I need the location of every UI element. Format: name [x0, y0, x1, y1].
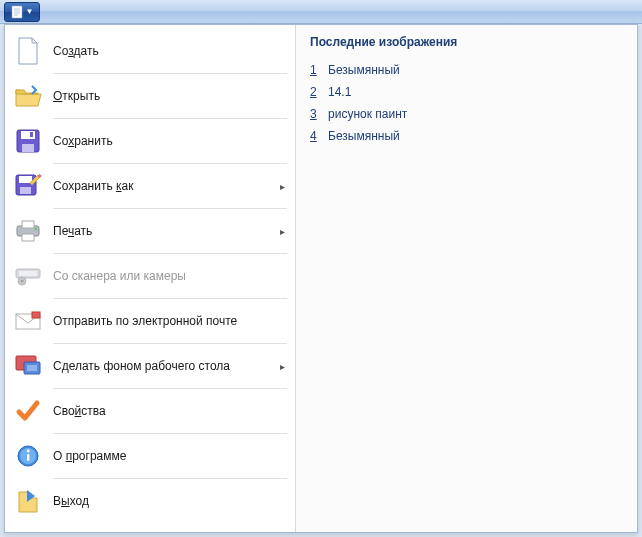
svg-rect-14	[22, 221, 34, 228]
svg-rect-7	[22, 144, 34, 152]
svg-rect-22	[32, 312, 40, 318]
info-icon	[13, 441, 43, 471]
menu-label: Сохранить	[53, 134, 285, 148]
recent-item[interactable]: 1Безымянный	[310, 59, 623, 81]
save-as-icon	[13, 171, 43, 201]
svg-rect-10	[19, 176, 32, 183]
recent-item-number: 1	[310, 63, 320, 77]
recent-list: 1Безымянный214.13рисунок паинт4Безымянны…	[310, 59, 623, 147]
recent-item-name: 14.1	[328, 85, 351, 99]
recent-item-number: 4	[310, 129, 320, 143]
titlebar: ▼	[0, 0, 642, 24]
document-icon	[11, 5, 23, 19]
menu-properties[interactable]: Свойства	[5, 389, 295, 433]
svg-point-29	[27, 450, 30, 453]
checkmark-icon	[13, 396, 43, 426]
menu-exit[interactable]: Выход	[5, 479, 295, 523]
menu-about[interactable]: О программе	[5, 434, 295, 478]
new-file-icon	[13, 36, 43, 66]
recent-item-number: 3	[310, 107, 320, 121]
svg-point-20	[21, 280, 24, 283]
menu-label: Свойства	[53, 404, 285, 418]
menu-label: О программе	[53, 449, 285, 463]
open-folder-icon	[13, 81, 43, 111]
recent-item-name: рисунок паинт	[328, 107, 407, 121]
svg-rect-8	[30, 132, 33, 137]
submenu-arrow-icon: ▸	[280, 181, 285, 192]
exit-icon	[13, 486, 43, 516]
app-menu-button[interactable]: ▼	[4, 2, 40, 22]
recent-item-name: Безымянный	[328, 63, 400, 77]
menu-label: Сохранить как	[53, 179, 280, 193]
desktop-icon	[13, 351, 43, 381]
svg-rect-15	[22, 234, 34, 241]
svg-rect-25	[27, 365, 37, 371]
svg-rect-28	[27, 454, 29, 461]
svg-rect-0	[12, 6, 22, 18]
svg-point-16	[35, 228, 37, 230]
menu-label: Выход	[53, 494, 285, 508]
menu-label: Создать	[53, 44, 285, 58]
menu-save-as[interactable]: Сохранить как ▸	[5, 164, 295, 208]
menu-save[interactable]: Сохранить	[5, 119, 295, 163]
svg-rect-11	[20, 187, 31, 194]
recent-panel: Последние изображения 1Безымянный214.13р…	[295, 25, 637, 532]
menu-list: Создать Открыть	[5, 25, 295, 532]
save-icon	[13, 126, 43, 156]
email-icon	[13, 306, 43, 336]
svg-rect-18	[19, 271, 37, 276]
menu-label: Со сканера или камеры	[53, 269, 285, 283]
menu-wallpaper[interactable]: Сделать фоном рабочего стола ▸	[5, 344, 295, 388]
menu-label: Открыть	[53, 89, 285, 103]
recent-item[interactable]: 3рисунок паинт	[310, 103, 623, 125]
recent-item-number: 2	[310, 85, 320, 99]
scanner-icon	[13, 261, 43, 291]
recent-title: Последние изображения	[310, 35, 623, 49]
menu-print[interactable]: Печать ▸	[5, 209, 295, 253]
submenu-arrow-icon: ▸	[280, 361, 285, 372]
print-icon	[13, 216, 43, 246]
recent-item-name: Безымянный	[328, 129, 400, 143]
menu-label: Сделать фоном рабочего стола	[53, 359, 280, 373]
menu-new[interactable]: Создать	[5, 29, 295, 73]
menu-scan: Со сканера или камеры	[5, 254, 295, 298]
menu-email[interactable]: Отправить по электронной почте	[5, 299, 295, 343]
dropdown-caret-icon: ▼	[26, 8, 34, 16]
menu-label: Печать	[53, 224, 280, 238]
recent-item[interactable]: 4Безымянный	[310, 125, 623, 147]
recent-item[interactable]: 214.1	[310, 81, 623, 103]
menu-open[interactable]: Открыть	[5, 74, 295, 118]
submenu-arrow-icon: ▸	[280, 226, 285, 237]
menu-label: Отправить по электронной почте	[53, 314, 285, 328]
app-menu-panel: Создать Открыть	[4, 24, 638, 533]
